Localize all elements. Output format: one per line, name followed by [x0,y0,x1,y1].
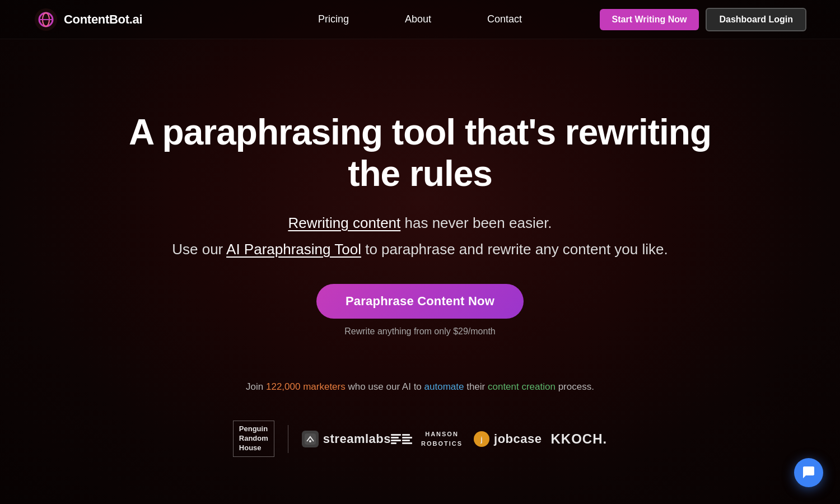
streamlabs-text: streamlabs [323,432,391,446]
social-suffix2: process. [556,381,594,392]
jobcase-icon: j [474,431,489,447]
hero-subtitle-1: Rewriting content has never been easier. [288,214,552,232]
rewriting-content-link[interactable]: Rewriting content [288,214,400,231]
social-proof: Join 122,000 marketers who use our AI to… [0,381,840,393]
svg-rect-4 [305,433,316,445]
logo-icon [34,7,58,32]
header: ContentBot.ai Pricing About Contact Star… [0,0,840,39]
logo-streamlabs: streamlabs [302,431,391,447]
cta-subtitle: Rewrite anything from only $29/month [344,326,495,337]
hero-section: A paraphrasing tool that's rewriting the… [0,39,840,337]
logo-hanson-robotics: HANSONROBOTICS [391,430,463,448]
dashboard-login-button[interactable]: Dashboard Login [706,8,806,31]
paraphrase-cta-button[interactable]: Paraphrase Content Now [316,284,524,319]
nav-item-pricing[interactable]: Pricing [290,9,377,30]
jobcase-text: jobcase [494,432,542,446]
nav-item-contact[interactable]: Contact [459,9,550,30]
logo[interactable]: ContentBot.ai [34,7,142,32]
prh-logo-text: PenguinRandomHouse [233,421,274,457]
social-middle: who use our AI to [346,381,424,392]
social-suffix1: their [464,381,488,392]
main-nav: Pricing About Contact [290,9,550,30]
social-highlight-automate: automate [424,381,464,392]
logo-jobcase: j jobcase [474,431,542,447]
logo-koch: KKOCH. [551,431,608,447]
hanson-bars-icon [391,434,412,444]
koch-text: KKOCH. [551,431,608,447]
logo-divider-1 [288,425,288,453]
nav-item-about[interactable]: About [377,9,459,30]
hero-subtitle-2: Use our AI Paraphrasing Tool to paraphra… [172,241,668,258]
logo-penguin-random-house: PenguinRandomHouse [233,421,274,457]
brand-logos: PenguinRandomHouse streamlabs [0,421,840,457]
chat-icon [801,465,816,480]
social-highlight-content: content creation [488,381,556,392]
svg-text:j: j [480,436,482,444]
hanson-robotics-text: HANSONROBOTICS [421,430,463,448]
social-highlight-marketers: 122,000 marketers [266,381,346,392]
start-writing-button[interactable]: Start Writing Now [600,9,699,30]
svg-point-5 [309,440,311,442]
social-prefix: Join [246,381,266,392]
chat-bubble[interactable] [794,458,823,487]
header-buttons: Start Writing Now Dashboard Login [600,8,806,31]
logo-text: ContentBot.ai [64,12,142,27]
streamlabs-icon [302,431,319,447]
hero-sub2-prefix: Use our [172,241,226,258]
hero-sub1-suffix: has never been easier. [405,214,552,231]
hero-sub2-suffix: to paraphrase and rewrite any content yo… [365,241,668,258]
ai-paraphrasing-tool-link[interactable]: AI Paraphrasing Tool [226,241,361,258]
hero-title: A paraphrasing tool that's rewriting the… [112,112,728,194]
